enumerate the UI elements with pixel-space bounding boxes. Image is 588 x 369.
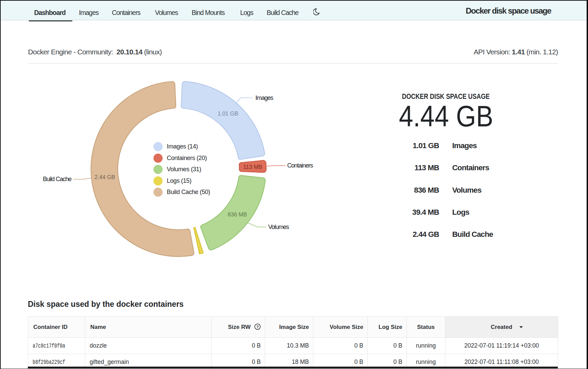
svg-text:Images: Images	[255, 94, 273, 101]
svg-text:Build Cache: Build Cache	[43, 176, 72, 182]
svg-text:836 MB: 836 MB	[228, 211, 247, 217]
svg-text:Containers: Containers	[287, 162, 313, 169]
svg-text:2.44 GB: 2.44 GB	[95, 174, 115, 180]
svg-text:113 MB: 113 MB	[243, 164, 262, 170]
svg-text:1.01 GB: 1.01 GB	[218, 110, 238, 117]
svg-text:Volumes: Volumes	[268, 224, 289, 230]
svg-text:?: ?	[256, 325, 259, 329]
